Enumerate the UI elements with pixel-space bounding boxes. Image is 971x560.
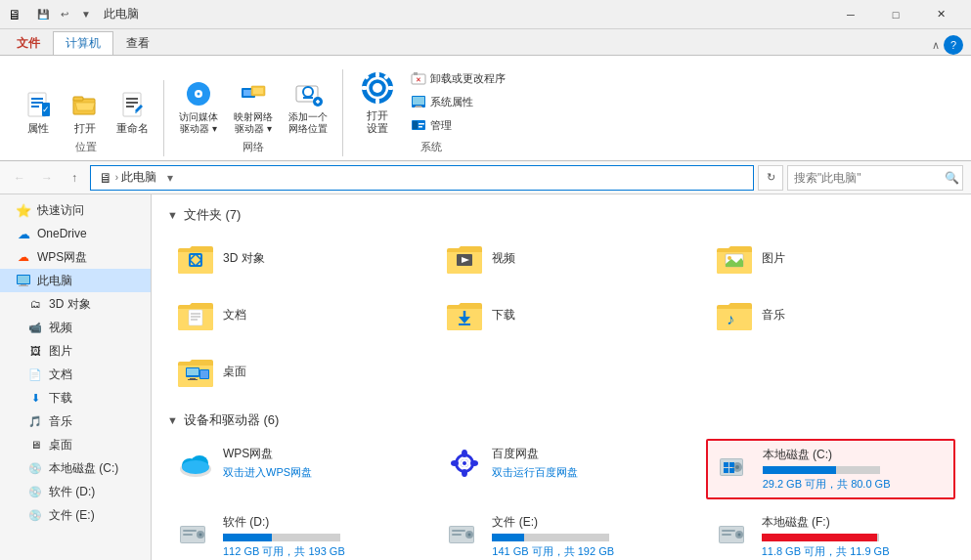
sidebar-3d-label: 3D 对象: [49, 296, 91, 313]
settings-icon: [358, 68, 397, 108]
sidebar-edrive-label: 文件 (E:): [49, 507, 95, 524]
forward-button[interactable]: →: [35, 166, 59, 190]
svg-rect-88: [724, 462, 728, 467]
svg-rect-106: [722, 530, 735, 532]
refresh-button[interactable]: ↻: [758, 165, 783, 191]
cdrive-icon: [716, 447, 755, 486]
svg-point-109: [737, 534, 740, 537]
sidebar-item-downloads[interactable]: ⬇ 下载: [0, 386, 151, 409]
folder-videos[interactable]: 视频: [436, 234, 685, 282]
sysprop-icon: [411, 94, 426, 109]
qat-save[interactable]: 💾: [33, 5, 53, 24]
close-button[interactable]: ✕: [918, 0, 963, 29]
sidebar-item-edrive[interactable]: 💿 文件 (E:): [0, 503, 151, 527]
sidebar-videos-label: 视频: [49, 320, 72, 336]
svg-rect-2: [31, 102, 43, 104]
quick-access-toolbar: 💾 ↩ ▼: [33, 5, 96, 24]
tab-view[interactable]: 查看: [113, 31, 162, 55]
folder-3dobjects[interactable]: 3D 对象: [167, 234, 417, 282]
drive-wps[interactable]: WPS网盘 双击进入WPS网盘: [167, 439, 417, 499]
address-box[interactable]: 🖥 › 此电脑 ▾: [90, 165, 754, 191]
wps-subtitle: 双击进入WPS网盘: [223, 465, 408, 480]
sidebar-item-quickaccess[interactable]: ⭐ 快速访问: [0, 198, 151, 222]
sidebar-music-label: 音乐: [49, 413, 72, 430]
folders-toggle[interactable]: ▼: [167, 209, 178, 221]
properties-button[interactable]: ✓ 属性: [16, 84, 61, 140]
help-button[interactable]: ?: [944, 35, 963, 55]
fdrive-bar-fill: [762, 534, 878, 541]
sidebar-item-videos[interactable]: 📹 视频: [0, 316, 151, 339]
rename-button[interactable]: 重命名: [110, 84, 155, 140]
folder-downloads[interactable]: 下载: [436, 290, 685, 339]
network-buttons: 访问媒体驱动器 ▾ 映射网络驱动器 ▾: [172, 69, 334, 140]
drive-e[interactable]: 文件 (E:) 141 GB 可用，共 192 GB: [436, 507, 685, 560]
cdrive-bar-bg: [763, 466, 880, 474]
svg-rect-30: [375, 99, 379, 104]
svg-rect-41: [416, 106, 421, 107]
svg-rect-67: [190, 378, 196, 379]
fdrive-icon: [715, 514, 754, 553]
maximize-button[interactable]: □: [873, 0, 918, 29]
uninstall-label: 卸载或更改程序: [430, 71, 506, 86]
uninstall-button[interactable]: ✕ 卸载或更改程序: [406, 67, 510, 89]
onedrive-icon: ☁: [16, 226, 31, 241]
svg-point-97: [199, 534, 202, 537]
media-drive-button[interactable]: 访问媒体驱动器 ▾: [172, 73, 225, 140]
system-props-button[interactable]: 系统属性: [406, 91, 510, 112]
manage-label: 管理: [430, 118, 452, 133]
sidebar-item-onedrive[interactable]: ☁ OneDrive: [0, 222, 151, 245]
map-network-button[interactable]: 映射网络驱动器 ▾: [227, 73, 280, 140]
drive-baidu[interactable]: 百度网盘 双击运行百度网盘: [436, 439, 685, 499]
sidebar-item-3dobjects[interactable]: 🗂 3D 对象: [0, 292, 151, 316]
rename-label: 重命名: [116, 122, 149, 135]
svg-point-78: [462, 450, 467, 457]
tab-computer[interactable]: 计算机: [53, 31, 113, 55]
sidebar-item-thispc[interactable]: 此电脑: [0, 269, 151, 292]
folder-desktop[interactable]: 桌面: [167, 347, 417, 396]
drive-f[interactable]: 本地磁盘 (F:) 11.8 GB 可用，共 11.9 GB: [706, 507, 955, 560]
sidebar-item-ddrive[interactable]: 💿 软件 (D:): [0, 480, 151, 503]
sidebar-item-wpsdisk[interactable]: ☁ WPS网盘: [0, 245, 151, 269]
add-network-button[interactable]: 添加一个网络位置: [282, 73, 334, 140]
rename-icon: [117, 89, 149, 120]
folder-pictures[interactable]: 图片: [706, 234, 955, 282]
sidebar-item-documents[interactable]: 📄 文档: [0, 363, 151, 386]
manage-icon: [411, 117, 426, 133]
videos-name: 视频: [492, 250, 515, 267]
svg-point-15: [198, 93, 200, 96]
open-settings-button[interactable]: 打开设置: [351, 64, 404, 140]
sidebar-desktop-label: 桌面: [49, 437, 72, 453]
downloads-folder-icon: [445, 297, 484, 332]
sidebar-item-desktop[interactable]: 🖥 桌面: [0, 433, 151, 456]
location-buttons: ✓ 属性 打开: [16, 80, 155, 140]
search-input[interactable]: [794, 171, 941, 185]
back-button[interactable]: ←: [8, 166, 31, 190]
sidebar-item-music[interactable]: 🎵 音乐: [0, 409, 151, 433]
address-dropdown-btn[interactable]: ▾: [160, 171, 180, 185]
sidebar-onedrive-label: OneDrive: [37, 227, 87, 240]
open-button[interactable]: 打开: [63, 84, 108, 140]
qat-dropdown[interactable]: ▼: [76, 5, 96, 24]
add-network-icon: [292, 78, 324, 109]
sidebar-item-cdrive[interactable]: 💿 本地磁盘 (C:): [0, 456, 151, 480]
folder-documents[interactable]: 文档: [167, 290, 417, 339]
drive-c[interactable]: 本地磁盘 (C:) 29.2 GB 可用，共 80.0 GB: [706, 439, 955, 499]
drive-d[interactable]: 软件 (D:) 112 GB 可用，共 193 GB: [167, 507, 417, 560]
edrive-icon: 💿: [27, 507, 43, 523]
folder-music[interactable]: ♪ 音乐: [706, 290, 955, 339]
manage-button[interactable]: 管理: [406, 114, 510, 136]
up-button[interactable]: ↑: [63, 166, 86, 190]
qat-undo[interactable]: ↩: [55, 5, 74, 24]
svg-point-56: [728, 256, 731, 260]
search-box[interactable]: 🔍: [787, 165, 963, 191]
sidebar-item-pictures[interactable]: 🖼 图片: [0, 339, 151, 363]
tab-file[interactable]: 文件: [4, 31, 53, 55]
drives-toggle[interactable]: ▼: [167, 414, 178, 426]
minimize-button[interactable]: ─: [828, 0, 873, 29]
svg-rect-8: [123, 93, 141, 116]
pictures-folder-icon: [715, 240, 754, 276]
svg-point-35: [373, 83, 382, 93]
svg-point-87: [735, 465, 739, 469]
ribbon-collapse-btn[interactable]: ∧: [932, 39, 940, 52]
svg-rect-66: [187, 368, 199, 375]
